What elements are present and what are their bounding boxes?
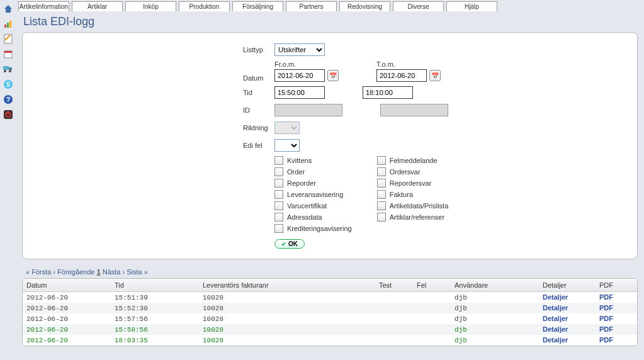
pager-prev[interactable]: ‹ Föregående [53, 268, 94, 276]
svg-rect-6 [3, 66, 9, 70]
menu-diverse[interactable]: Diverse [393, 1, 444, 11]
note-icon[interactable] [3, 33, 14, 45]
from-caption: Fr.o.m. [274, 60, 339, 68]
tid-label: Tid [243, 89, 274, 96]
col-pdf: PDF [596, 279, 637, 292]
col-datum: Datum [23, 279, 111, 292]
check-faktura[interactable]: Faktura [377, 190, 449, 199]
svg-text:?: ? [6, 96, 10, 103]
check-ordersvar[interactable]: Ordersvar [377, 167, 449, 176]
cell-test [375, 324, 413, 335]
skype-icon[interactable]: S [3, 79, 14, 90]
cell-pdf-link[interactable]: PDF [599, 325, 613, 333]
check-adressdata[interactable]: Adressdata [274, 213, 352, 222]
pager-first[interactable]: « Första [26, 268, 51, 276]
cell-fakturanr: 10028 [199, 303, 375, 313]
date-from-input[interactable] [274, 69, 325, 82]
svg-rect-2 [9, 21, 11, 28]
cell-fakturanr: 10028 [199, 324, 375, 335]
time-from-input[interactable] [274, 86, 325, 99]
calendar-icon[interactable] [3, 48, 14, 60]
cell-pdf-link[interactable]: PDF [599, 293, 613, 301]
time-to-input[interactable] [363, 86, 413, 99]
svg-text:S: S [6, 81, 10, 88]
id-to-input [380, 104, 448, 116]
check-artikeldata-prislista[interactable]: Artikeldata/Prislista [377, 201, 449, 210]
cell-tid: 15:58:56 [111, 324, 199, 335]
check-varucertifikat[interactable]: Varucertifikat [274, 201, 352, 210]
calendar-from-icon[interactable]: 📅 [327, 70, 339, 81]
cell-pdf: PDF [596, 303, 637, 313]
cell-tid: 15:57:56 [111, 313, 199, 324]
date-to-input[interactable] [376, 69, 427, 82]
riktning-label: Riktning [243, 124, 274, 132]
power-icon[interactable] [3, 109, 14, 120]
cell-detaljer-link[interactable]: Detaljer [543, 315, 568, 322]
check-krediteringsavisering[interactable]: Krediteringsavisering [274, 224, 352, 233]
menu-hjälp[interactable]: Hjälp [446, 1, 497, 11]
check-reporder[interactable]: Reporder [274, 179, 352, 188]
cell-anvandare: djb [451, 303, 539, 313]
check-felmeddelande[interactable]: Felmeddelande [377, 156, 449, 165]
edifel-select[interactable] [274, 139, 300, 152]
cell-test [375, 303, 413, 313]
check-artiklar-referenser[interactable]: Artiklar/referenser [377, 213, 449, 222]
svg-rect-1 [7, 23, 9, 28]
cell-test [375, 335, 413, 346]
menu-produktion[interactable]: Produktion [179, 1, 230, 11]
check-order[interactable]: Order [274, 167, 352, 176]
to-caption: T.o.m. [376, 60, 441, 68]
cell-test [375, 292, 413, 303]
svg-point-8 [4, 70, 6, 72]
menu-artikelinformation[interactable]: Artikelinformation [18, 1, 69, 11]
menu-redovisning[interactable]: Redovisning [339, 1, 390, 11]
cell-detaljer-link[interactable]: Detaljer [543, 325, 568, 333]
checkbox-icon [274, 224, 283, 233]
cell-fakturanr: 10028 [199, 292, 375, 303]
ok-button[interactable]: OK [274, 239, 305, 249]
menu-inköp[interactable]: Inköp [125, 1, 176, 11]
col-detaljer: Detaljer [539, 279, 596, 292]
checkbox-icon [274, 156, 283, 165]
pager-next[interactable]: Nästa › [103, 268, 125, 276]
cell-fel [413, 324, 451, 335]
checkbox-icon [274, 179, 283, 188]
listtyp-label: Listtyp [243, 46, 274, 53]
cell-pdf-link[interactable]: PDF [599, 336, 613, 344]
table-row: 2012-06-2015:58:5610028djbDetaljerPDF [23, 324, 637, 335]
cell-fel [413, 292, 451, 303]
cell-fakturanr: 10028 [199, 335, 375, 346]
cell-detaljer-link[interactable]: Detaljer [543, 293, 568, 301]
checkbox-icon [377, 179, 386, 188]
cell-pdf-link[interactable]: PDF [599, 315, 613, 322]
cell-detaljer-link[interactable]: Detaljer [543, 336, 568, 344]
checkbox-icon [377, 156, 386, 165]
id-from-input [274, 104, 342, 116]
edifel-label: Edi fel [243, 142, 274, 149]
table-row: 2012-06-2015:51:3910028djbDetaljerPDF [23, 292, 637, 303]
pager-last[interactable]: Sista » [127, 268, 148, 276]
check-repordersvar[interactable]: Repordersvar [377, 179, 449, 188]
check-kvittens[interactable]: Kvittens [274, 156, 352, 165]
chart-icon[interactable] [3, 18, 14, 30]
checkbox-icon [274, 190, 283, 199]
checkbox-icon [377, 213, 386, 222]
cell-pdf-link[interactable]: PDF [599, 304, 613, 312]
menu-artiklar[interactable]: Artiklar [72, 1, 123, 11]
cell-anvandare: djb [451, 335, 539, 346]
cell-tid: 15:52:30 [111, 303, 199, 313]
home-icon[interactable] [3, 3, 14, 14]
menu-partners[interactable]: Partners [286, 1, 337, 11]
menu-försäljning[interactable]: Försäljning [232, 1, 283, 11]
cell-datum: 2012-06-20 [23, 313, 111, 324]
cell-detaljer-link[interactable]: Detaljer [543, 304, 568, 312]
calendar-to-icon[interactable]: 📅 [429, 70, 441, 81]
cell-datum: 2012-06-20 [23, 303, 111, 313]
check-leveransavisering[interactable]: Leveransavisering [274, 190, 352, 199]
cell-anvandare: djb [451, 292, 539, 303]
help-icon[interactable]: ? [3, 94, 14, 105]
results-grid: DatumTidLeverantörs fakturanrTestFelAnvä… [22, 278, 638, 346]
truck-icon[interactable] [3, 64, 14, 75]
filter-form: Listtyp Utskrifter Datum Fr.o.m. 📅 [22, 32, 638, 259]
listtyp-select[interactable]: Utskrifter [274, 43, 325, 56]
